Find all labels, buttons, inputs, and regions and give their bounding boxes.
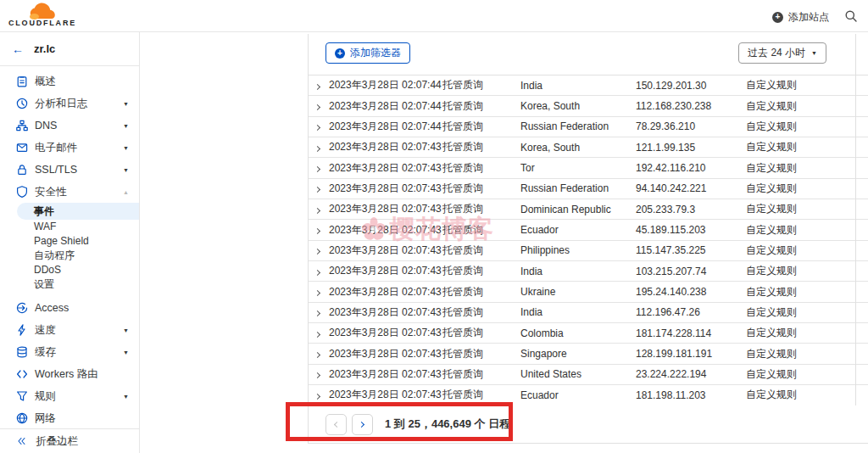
sidebar-nav: 概述 分析和日志 ▼ DNS ▼ 电子邮件 ▼ SSL/TLS ▼ 安全性 ▲ xyxy=(0,66,139,429)
sidebar-item-access[interactable]: Access xyxy=(0,297,139,319)
expand-chevron-icon[interactable] xyxy=(309,389,329,401)
event-ip: 181.198.11.203 xyxy=(636,389,746,401)
sidebar-item-label: 概述 xyxy=(35,75,129,89)
expand-chevron-icon[interactable] xyxy=(309,204,329,215)
event-ip: 181.174.228.114 xyxy=(636,327,746,339)
table-row[interactable]: 2023年3月28日 02:07:43托管质询Dominican Republi… xyxy=(309,199,868,220)
event-date: 2023年3月28日 02:07:43 xyxy=(329,388,442,402)
table-row[interactable]: 2023年3月28日 02:07:43托管质询Singapore128.199.… xyxy=(309,344,868,364)
sidebar-item-dns[interactable]: DNS ▼ xyxy=(0,115,139,137)
event-service: 托管质询 xyxy=(442,388,520,402)
add-site-label: 添加站点 xyxy=(788,10,829,25)
table-row[interactable]: 2023年3月28日 02:07:43托管质询Ecuador181.198.11… xyxy=(309,385,868,405)
table-row[interactable]: 2023年3月28日 02:07:43托管质询Russian Federatio… xyxy=(309,179,868,199)
chevron-right-icon xyxy=(314,310,320,316)
expand-chevron-icon[interactable] xyxy=(309,142,329,154)
event-country: Dominican Republic xyxy=(520,204,636,215)
chevron-down-icon: ▼ xyxy=(123,167,129,173)
chevron-right-icon xyxy=(314,125,320,131)
sidebar-item-label: 缓存 xyxy=(35,345,123,360)
event-service: 托管质询 xyxy=(442,243,520,258)
events-table-rows: 2023年3月28日 02:07:44托管质询India150.129.201.… xyxy=(309,75,868,406)
back-arrow-icon[interactable]: ← xyxy=(12,42,24,56)
table-row[interactable]: 2023年3月28日 02:07:43托管质询India103.215.207.… xyxy=(309,261,868,282)
chevron-down-icon: ▼ xyxy=(123,101,129,107)
sidebar-item-analytics[interactable]: 分析和日志 ▼ xyxy=(0,92,139,115)
expand-chevron-icon[interactable] xyxy=(309,266,329,277)
sidebar-item-ssl-tls[interactable]: SSL/TLS ▼ xyxy=(0,159,139,181)
sidebar-item-waf[interactable]: WAF xyxy=(0,220,139,234)
event-date: 2023年3月28日 02:07:44 xyxy=(329,78,442,92)
table-row[interactable]: 2023年3月28日 02:07:43托管质询Ecuador45.189.115… xyxy=(309,220,868,240)
sidebar-item-workers-routes[interactable]: Workers 路由 xyxy=(0,363,139,385)
globe-icon xyxy=(15,411,29,425)
sidebar-item-settings[interactable]: 设置 xyxy=(0,277,139,292)
sidebar-item-cache[interactable]: 缓存 ▼ xyxy=(0,341,139,363)
analytics-icon xyxy=(15,97,29,110)
event-service: 托管质询 xyxy=(442,367,520,382)
table-row[interactable]: 2023年3月28日 02:07:44托管质询India150.129.201.… xyxy=(309,76,868,96)
table-row[interactable]: 2023年3月28日 02:07:43托管质询India112.196.47.2… xyxy=(309,303,868,323)
sidebar-item-page-shield[interactable]: Page Shield xyxy=(0,234,139,249)
search-icon[interactable] xyxy=(844,9,858,26)
expand-chevron-icon[interactable] xyxy=(309,80,329,92)
expand-chevron-icon[interactable] xyxy=(309,100,329,112)
table-row[interactable]: 2023年3月28日 02:07:44托管质询Korea, South112.1… xyxy=(309,96,868,116)
page-next-button[interactable] xyxy=(352,414,373,435)
table-row[interactable]: 2023年3月28日 02:07:43托管质询Philippines115.14… xyxy=(309,241,868,261)
event-country: Russian Federation xyxy=(520,120,636,132)
add-site-button[interactable]: + 添加站点 xyxy=(772,10,829,25)
table-row[interactable]: 2023年3月28日 02:07:43托管质询Tor192.42.116.210… xyxy=(309,158,868,178)
sidebar: ← zr.lc 概述 分析和日志 ▼ DNS ▼ 电子邮件 ▼ SSL/TLS … xyxy=(0,32,140,453)
table-row[interactable]: 2023年3月28日 02:07:43托管质询Korea, South121.1… xyxy=(309,137,868,158)
expand-chevron-icon[interactable] xyxy=(309,224,329,236)
chevron-right-icon xyxy=(314,249,320,254)
expand-chevron-icon[interactable] xyxy=(309,182,329,194)
expand-chevron-icon[interactable] xyxy=(309,327,329,339)
expand-chevron-icon[interactable] xyxy=(309,286,329,298)
lightning-icon xyxy=(15,323,29,337)
expand-chevron-icon[interactable] xyxy=(309,348,329,360)
expand-chevron-icon[interactable] xyxy=(309,368,329,380)
expand-chevron-icon[interactable] xyxy=(309,120,329,132)
chevron-right-icon xyxy=(314,352,320,358)
expand-chevron-icon[interactable] xyxy=(309,162,329,174)
sidebar-item-label: 网络 xyxy=(35,411,129,426)
sidebar-item-events[interactable]: 事件 xyxy=(17,203,139,220)
site-header: ← zr.lc xyxy=(0,32,139,66)
table-row[interactable]: 2023年3月28日 02:07:43托管质询Ukraine195.24.140… xyxy=(309,282,868,302)
sidebar-item-speed[interactable]: 速度 ▼ xyxy=(0,319,139,341)
expand-chevron-icon[interactable] xyxy=(309,244,329,256)
sidebar-item-rules[interactable]: 规则 ▼ xyxy=(0,385,139,407)
sidebar-item-security[interactable]: 安全性 ▲ xyxy=(0,181,139,203)
table-row[interactable]: 2023年3月28日 02:07:44托管质询Russian Federatio… xyxy=(309,117,868,137)
time-range-dropdown[interactable]: 过去 24 小时 ▼ xyxy=(738,42,826,64)
event-ip: 150.129.201.30 xyxy=(636,80,746,92)
sidebar-item-bots[interactable]: 自动程序 xyxy=(0,249,139,263)
add-filter-button[interactable]: + 添加筛选器 xyxy=(326,42,410,64)
sidebar-item-network[interactable]: 网络 xyxy=(0,407,139,429)
shield-icon xyxy=(15,185,29,199)
sidebar-item-email[interactable]: 电子邮件 ▼ xyxy=(0,137,139,159)
event-country: Colombia xyxy=(520,327,636,339)
event-ip: 112.168.230.238 xyxy=(636,100,746,112)
table-row[interactable]: 2023年3月28日 02:07:43托管质询United States23.2… xyxy=(309,365,868,385)
expand-chevron-icon[interactable] xyxy=(309,306,329,318)
chevron-right-icon xyxy=(314,270,320,276)
event-service: 托管质询 xyxy=(442,223,520,238)
chevron-right-icon xyxy=(314,332,320,338)
sidebar-item-ddos[interactable]: DDoS xyxy=(0,263,139,277)
access-icon xyxy=(15,301,29,315)
event-ip: 205.233.79.3 xyxy=(636,204,746,215)
page-prev-button[interactable] xyxy=(326,414,347,435)
time-range-label: 过去 24 小时 xyxy=(748,46,805,60)
event-service: 托管质询 xyxy=(442,120,520,134)
event-date: 2023年3月28日 02:07:43 xyxy=(329,367,442,382)
event-country: India xyxy=(520,80,636,92)
sidebar-item-overview[interactable]: 概述 xyxy=(0,70,139,92)
collapse-sidebar-button[interactable]: 折叠边栏 xyxy=(0,428,139,453)
chevron-right-icon xyxy=(314,146,320,152)
event-ip: 78.29.36.210 xyxy=(636,120,746,132)
table-row[interactable]: 2023年3月28日 02:07:43托管质询Colombia181.174.2… xyxy=(309,323,868,344)
event-rule: 自定义规则 xyxy=(746,264,855,278)
